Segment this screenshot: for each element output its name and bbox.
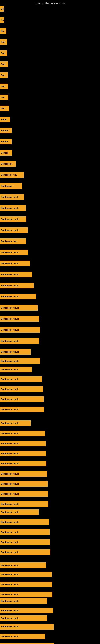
list-item: Bottleneck resu: [0, 172, 24, 178]
bar: Bottleneck result: [0, 634, 45, 639]
list-item: Bottleneck result: [0, 481, 48, 486]
list-item: Bottleneck result: [0, 205, 26, 211]
list-item: Bott: [0, 72, 8, 78]
bar-label: Bot: [1, 30, 4, 32]
bar: Bott: [0, 39, 7, 45]
bar-label: Bottleneck r: [1, 185, 14, 187]
bar-label: Bottleneck result: [1, 196, 19, 198]
list-item: Bot: [0, 28, 6, 34]
list-item: Bottle: [0, 117, 10, 122]
bar: Bottleneck r: [0, 183, 22, 189]
list-item: Bottlen: [0, 150, 12, 156]
list-item: Bottleneck result: [0, 260, 30, 266]
list-item: Bottleneck result: [0, 539, 50, 545]
list-item: Bottleneck result: [0, 608, 53, 614]
list-item: Bottleneck result: [0, 572, 51, 577]
bar-label: Bottleneck result: [1, 262, 19, 265]
bar: Bottleneck result: [0, 386, 43, 392]
bar-label: Bottleneck result: [1, 635, 19, 638]
bar-label: Bottleneck result: [1, 531, 19, 533]
bar-label: Bottleneck result: [1, 442, 19, 445]
bar: Bottleneck result: [0, 481, 48, 486]
bar: Bottleneck resu: [0, 172, 24, 178]
bar-label: Bottleneck result: [1, 350, 19, 353]
list-item: Bottleneck result: [0, 367, 32, 372]
bar-label: Bottleneck result: [1, 273, 19, 276]
list-item: Bottleneck result: [0, 643, 54, 644]
list-item: Bottleneck result: [0, 386, 43, 392]
bar: Bottleneck result: [0, 260, 30, 266]
bar-label: Bottleneck result: [1, 284, 19, 287]
list-item: Bottleneck result: [0, 349, 31, 354]
bar: Bottleneck result: [0, 420, 31, 426]
bar-label: Bottlen: [1, 130, 8, 132]
list-item: Bottleneck result: [0, 358, 40, 364]
bar: Bottleneck result: [0, 624, 53, 630]
bar: Bottleneck result: [0, 228, 28, 233]
bar-label: Bottleneck result: [1, 229, 19, 232]
bar-label: Bottleneck result: [1, 329, 19, 331]
bar: Bott: [0, 50, 7, 56]
bar: Bottleneck result: [0, 358, 40, 364]
bar-label: Bottleneck result: [1, 503, 19, 505]
bar: Bottleneck result: [0, 491, 48, 497]
list-item: Bottleneck result: [0, 471, 47, 476]
bar: Bottleneck result: [0, 441, 46, 446]
bar-label: Bottleneck result: [1, 511, 19, 514]
bar: Bottleneck result: [0, 598, 47, 604]
bar: Bottleneck result: [0, 367, 32, 372]
list-item: Bottleneck result: [0, 420, 31, 426]
list-item: Bottleneck result: [0, 562, 46, 568]
bar-label: Bott: [1, 107, 5, 110]
bar: Bot: [0, 28, 6, 34]
bar: Bottleneck result: [0, 539, 50, 545]
list-item: Bott: [0, 94, 8, 100]
bar: Bottleneck result: [0, 376, 42, 382]
bar-label: Bottleneck result: [1, 368, 19, 371]
bar-label: Bottleneck result: [1, 398, 19, 400]
bar-label: Bo: [1, 8, 3, 10]
bar-label: Bottleneck result: [1, 318, 19, 320]
bar: Bottleneck result: [0, 451, 46, 456]
list-item: Bott: [0, 106, 9, 111]
bar: Bottleneck result: [0, 501, 49, 507]
list-item: Bottleneck result: [0, 598, 47, 604]
bar: Bottleneck result: [0, 205, 26, 211]
bar: Bottleneck result: [0, 616, 47, 621]
bar-label: Bottleneck: [1, 162, 12, 165]
bar: Bottleneck result: [0, 643, 54, 644]
bar-label: Bottleneck result: [1, 617, 19, 620]
bar-label: Bottleneck result: [1, 296, 19, 298]
list-item: Bottleneck result: [0, 406, 44, 412]
bar: Bottleneck result: [0, 592, 52, 597]
list-item: Bott: [0, 39, 7, 45]
bar-label: Bottleneck result: [1, 408, 19, 410]
bar-label: Bottleneck result: [1, 472, 19, 475]
bar: Bottleneck result: [0, 562, 46, 568]
bar: Bottleneck result: [0, 294, 36, 300]
bar: Bottleneck result: [0, 250, 28, 255]
list-item: Bottleneck r: [0, 183, 22, 189]
list-item: Bo: [0, 17, 4, 23]
bar: Bottleneck result: [0, 572, 51, 577]
list-item: Bottleneck result: [0, 592, 52, 597]
list-item: Bottleneck result: [0, 194, 24, 200]
list-item: Bottleneck result: [0, 441, 46, 446]
bar: Bottleneck result: [0, 396, 44, 402]
bar-label: Bo: [1, 19, 4, 21]
list-item: Bott: [0, 84, 8, 89]
list-item: Bottleneck result: [0, 461, 47, 466]
bar: Bottleneck resu: [0, 238, 26, 244]
bar: Bottleneck result: [0, 316, 39, 322]
bar: Bottleneck result: [0, 338, 39, 344]
bar-label: Bott: [1, 63, 5, 66]
bar: Bott: [0, 72, 8, 78]
bar-label: Bottleneck result: [1, 573, 19, 576]
bar-label: Bottleneck result: [1, 593, 19, 596]
bar: Bottleneck result: [0, 461, 47, 466]
bar-label: Bottleneck result: [1, 360, 19, 362]
bar-label: Bottleneck result: [1, 251, 19, 254]
bar: Bottle: [0, 117, 10, 122]
bar: Bottleneck result: [0, 272, 32, 277]
list-item: Bottleneck result: [0, 305, 38, 310]
